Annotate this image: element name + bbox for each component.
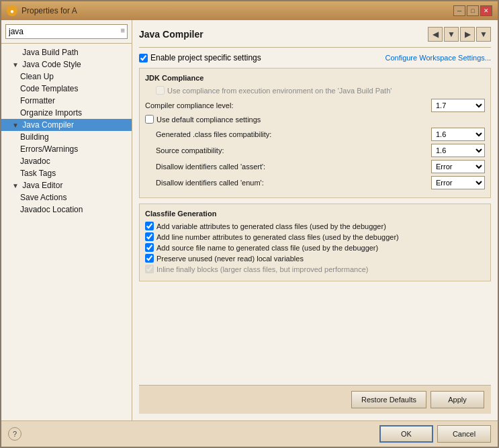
enable-specific-checkbox[interactable]: [139, 54, 148, 62]
forward-button[interactable]: ▶: [460, 27, 475, 42]
sidebar-item-organize-imports[interactable]: Organize Imports: [1, 107, 132, 119]
sidebar-item-javadoc-location[interactable]: Javadoc Location: [1, 204, 132, 216]
add-source-file-label: Add source file name to generated class …: [156, 244, 378, 252]
add-variable-row: Add variable attributes to generated cla…: [145, 222, 485, 230]
arrow-icon: ▼: [12, 182, 20, 189]
generated-class-row: Generated .class files compatibility: 1.…: [145, 128, 485, 141]
search-container: ≡: [1, 20, 132, 44]
add-variable-checkbox[interactable]: [145, 222, 154, 230]
disallow-enum-label: Disallow identifiers called 'enum':: [156, 179, 431, 187]
tree-panel: Java Build Path ▼ Java Code Style Clean …: [1, 44, 132, 420]
cancel-button[interactable]: Cancel: [437, 425, 491, 443]
sidebar-item-save-actions[interactable]: Save Actions: [1, 191, 132, 204]
inline-finally-label: Inline finally blocks (larger class file…: [156, 265, 368, 273]
sidebar-item-java-editor[interactable]: ▼ Java Editor: [1, 179, 132, 191]
add-line-number-label: Add line number attributes to generated …: [156, 233, 399, 241]
right-panel: Java Compiler ◀ ▼ ▶ ▼: [132, 20, 498, 420]
configure-workspace-link[interactable]: Configure Workspace Settings...: [385, 54, 491, 62]
search-input[interactable]: [5, 24, 128, 39]
spacer: [139, 287, 491, 385]
disallow-enum-row: Disallow identifiers called 'enum': Igno…: [145, 176, 485, 189]
dropdown-icon: ▼: [447, 30, 455, 39]
enable-checkbox-row: Enable project specific settings: [139, 53, 261, 62]
arrow-icon: ▼: [12, 122, 20, 129]
restore-defaults-button[interactable]: Restore Defaults: [351, 391, 426, 408]
use-default-checkbox[interactable]: [145, 115, 154, 124]
use-execution-env-label: Use compliance from execution environmen…: [167, 87, 392, 95]
sidebar-item-java-compiler[interactable]: ▼ Java Compiler: [1, 119, 132, 131]
sidebar-item-java-build-path[interactable]: Java Build Path: [1, 46, 132, 58]
sidebar-item-errors-warnings[interactable]: Errors/Warnings: [1, 143, 132, 155]
sidebar-item-javadoc[interactable]: Javadoc: [1, 155, 132, 167]
source-compat-label: Source compatibility:: [156, 146, 431, 154]
window-title: Properties for A: [21, 6, 77, 15]
sidebar-item-java-code-style[interactable]: ▼ Java Code Style: [1, 58, 132, 71]
source-compat-row: Source compatibility: 1.5 1.6 1.7: [145, 144, 485, 157]
add-line-number-checkbox[interactable]: [145, 232, 154, 241]
generated-class-select[interactable]: 1.5 1.6 1.7: [431, 128, 485, 141]
minimize-button[interactable]: ─: [453, 5, 465, 16]
add-variable-label: Add variable attributes to generated cla…: [156, 222, 386, 230]
panel-title: Java Compiler: [139, 29, 203, 40]
compiler-compliance-label: Compiler compliance level:: [145, 101, 431, 109]
sidebar-item-task-tags[interactable]: Task Tags: [1, 167, 132, 179]
compiler-compliance-row: Compiler compliance level: 1.5 1.6 1.7 1…: [145, 99, 485, 112]
jdk-compliance-title: JDK Compliance: [145, 74, 485, 82]
disallow-assert-select[interactable]: Ignore Warning Error: [431, 160, 485, 173]
back-button[interactable]: ◀: [428, 27, 443, 42]
left-panel: ≡ Java Build Path ▼ Java Code Style Clea…: [1, 20, 132, 420]
maximize-button[interactable]: □: [467, 5, 479, 16]
dropdown-icon: ▼: [480, 30, 488, 39]
search-clear-icon[interactable]: ≡: [121, 26, 125, 34]
forward-icon: ▶: [465, 30, 471, 39]
classfile-generation-title: Classfile Generation: [145, 210, 485, 218]
search-wrapper: ≡: [5, 24, 128, 39]
sidebar-item-formatter[interactable]: Formatter: [1, 95, 132, 107]
jdk-compliance-section: JDK Compliance Use compliance from execu…: [139, 68, 491, 198]
apply-button[interactable]: Apply: [430, 391, 484, 408]
nav-dropdown-button[interactable]: ▼: [444, 27, 459, 42]
ok-cancel-bar: ? OK Cancel: [1, 420, 498, 447]
use-execution-env-checkbox[interactable]: [156, 86, 165, 95]
arrow-icon: ▼: [12, 61, 20, 69]
nav-arrows: ◀ ▼ ▶ ▼: [428, 27, 491, 42]
sidebar-item-building[interactable]: Building: [1, 131, 132, 143]
window-icon: ●: [7, 5, 17, 16]
help-button[interactable]: ?: [8, 427, 21, 441]
ok-button[interactable]: OK: [379, 425, 433, 443]
disallow-enum-select[interactable]: Ignore Warning Error: [431, 176, 485, 189]
main-content: ≡ Java Build Path ▼ Java Code Style Clea…: [1, 20, 498, 420]
forward-dropdown-button[interactable]: ▼: [476, 27, 491, 42]
title-bar-left: ● Properties for A: [7, 5, 77, 16]
classfile-generation-section: Classfile Generation Add variable attrib…: [139, 204, 491, 281]
add-source-file-checkbox[interactable]: [145, 243, 154, 252]
main-window: ● Properties for A ─ □ ✕ ≡ Java Build Pa…: [0, 0, 499, 448]
add-line-number-row: Add line number attributes to generated …: [145, 232, 485, 241]
title-buttons: ─ □ ✕: [453, 5, 492, 16]
use-default-label: Use default compliance settings: [156, 116, 261, 124]
use-default-row: Use default compliance settings: [145, 115, 485, 124]
restore-apply-bar: Restore Defaults Apply: [139, 385, 491, 414]
back-icon: ◀: [433, 30, 439, 39]
add-source-file-row: Add source file name to generated class …: [145, 243, 485, 252]
preserve-unused-checkbox[interactable]: [145, 254, 154, 263]
disallow-assert-row: Disallow identifiers called 'assert': Ig…: [145, 160, 485, 173]
preserve-unused-label: Preserve unused (never read) local varia…: [156, 255, 304, 263]
disallow-assert-label: Disallow identifiers called 'assert':: [156, 163, 431, 171]
sidebar-item-code-templates[interactable]: Code Templates: [1, 83, 132, 95]
use-execution-env-row: Use compliance from execution environmen…: [145, 86, 485, 95]
source-compat-select[interactable]: 1.5 1.6 1.7: [431, 144, 485, 157]
compiler-compliance-select[interactable]: 1.5 1.6 1.7 1.8: [431, 99, 485, 112]
inline-finally-checkbox[interactable]: [145, 265, 154, 273]
preserve-unused-row: Preserve unused (never read) local varia…: [145, 254, 485, 263]
inline-finally-row: Inline finally blocks (larger class file…: [145, 265, 485, 273]
sidebar-item-clean-up[interactable]: Clean Up: [1, 71, 132, 83]
generated-class-label: Generated .class files compatibility:: [156, 130, 431, 138]
title-bar: ● Properties for A ─ □ ✕: [1, 1, 498, 20]
enable-specific-label: Enable project specific settings: [150, 53, 261, 62]
close-button[interactable]: ✕: [480, 5, 492, 16]
enable-row: Enable project specific settings Configu…: [139, 53, 491, 62]
